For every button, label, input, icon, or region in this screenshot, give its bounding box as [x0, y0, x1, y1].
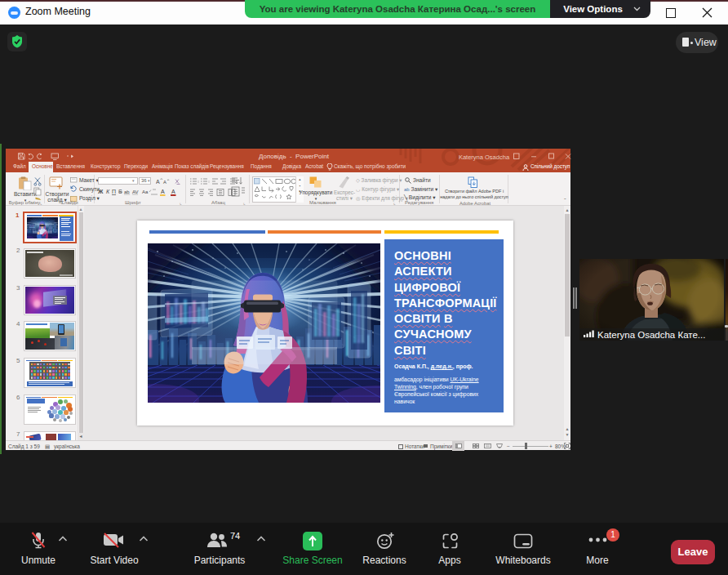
svg-text:AV: AV — [132, 189, 139, 194]
svg-text:A: A — [156, 179, 160, 185]
svg-text:S: S — [118, 189, 122, 194]
svg-text:П: П — [112, 189, 116, 194]
svg-text:К: К — [106, 189, 110, 194]
svg-text:A: A — [161, 189, 165, 194]
svg-text:Aa: Aa — [142, 189, 149, 194]
svg-text:A: A — [163, 180, 166, 185]
svg-text:A: A — [171, 189, 175, 194]
svg-text:ab: ab — [124, 189, 130, 194]
svg-text:Ж: Ж — [97, 189, 104, 194]
svg-text:Kateryna Osadcha Кате...: Kateryna Osadcha Кате... — [597, 330, 705, 340]
